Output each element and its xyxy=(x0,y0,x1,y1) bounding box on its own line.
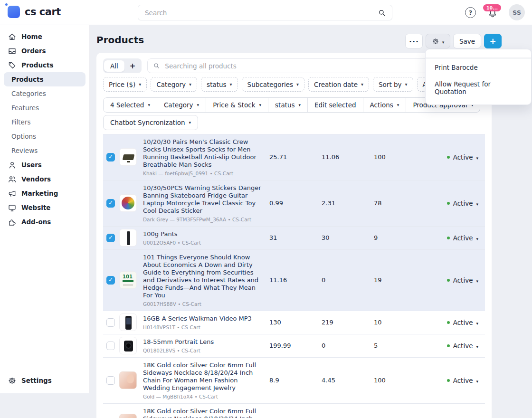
quantity-cell[interactable]: 78 xyxy=(374,200,426,207)
list-price-cell[interactable]: 219 xyxy=(322,319,374,326)
sidebar-item[interactable]: Products xyxy=(4,72,86,86)
bulk-toolbar-button[interactable]: status ▾ xyxy=(268,98,308,112)
product-name-link[interactable]: 18-55mm Portrait Lens xyxy=(143,338,262,346)
add-tab-button[interactable]: + xyxy=(124,60,141,72)
list-price-cell[interactable]: 0 xyxy=(322,276,374,284)
status-dropdown[interactable]: Active xyxy=(447,153,485,161)
list-price-cell[interactable]: 2.31 xyxy=(322,200,374,207)
quantity-cell[interactable]: 9 xyxy=(374,234,426,241)
sidebar-item[interactable]: Home xyxy=(0,29,89,44)
price-cell[interactable]: 130 xyxy=(269,319,322,326)
row-checkbox[interactable] xyxy=(106,153,115,162)
notifications-button[interactable]: 10... xyxy=(487,8,498,18)
product-image[interactable] xyxy=(119,414,137,418)
product-image[interactable] xyxy=(119,337,137,354)
global-search-input[interactable] xyxy=(144,9,374,17)
product-image[interactable] xyxy=(119,271,137,289)
quantity-cell[interactable]: 100 xyxy=(374,377,426,384)
app-logo[interactable]: cs cart xyxy=(8,6,61,18)
product-image[interactable] xyxy=(119,194,137,212)
sidebar-item-settings[interactable]: Settings xyxy=(0,373,89,388)
sidebar-item[interactable]: Vendors xyxy=(0,172,89,186)
bulk-toolbar-button[interactable]: Edit selected xyxy=(308,98,363,112)
sidebar-item[interactable]: Products xyxy=(0,58,89,72)
filter-chip[interactable]: Creation date ▾ xyxy=(308,77,369,92)
table-row: 18-55mm Portrait Lens Q01802L8VS • CS-Ca… xyxy=(103,334,485,358)
chatbot-sync-label: Chatbot Syncronization xyxy=(110,119,185,126)
product-image[interactable] xyxy=(119,148,137,166)
gear-dropdown-button[interactable] xyxy=(426,34,450,48)
bulk-toolbar-button[interactable]: Price & Stock ▾ xyxy=(206,98,268,112)
help-icon[interactable]: ? xyxy=(465,7,476,18)
product-name-link[interactable]: 16GB A Series Walkman Video MP3 xyxy=(143,315,262,323)
product-name-link[interactable]: 10/20/30 Pairs Men's Classic Crew Socks … xyxy=(143,138,262,169)
bulk-toolbar-button[interactable]: 4 Selected ▾ xyxy=(104,98,157,112)
home-icon xyxy=(8,32,17,41)
status-dropdown[interactable]: Active xyxy=(447,319,485,326)
add-product-button[interactable]: + xyxy=(484,34,502,48)
price-cell[interactable]: 8.9 xyxy=(269,377,322,384)
filter-chip[interactable]: Sort by ▾ xyxy=(373,77,413,92)
product-image[interactable] xyxy=(119,229,137,247)
price-cell[interactable]: 11.16 xyxy=(269,276,322,284)
filter-chip[interactable]: Subcategories ▾ xyxy=(242,77,305,92)
price-cell[interactable]: 0.99 xyxy=(269,200,322,207)
product-name-link[interactable]: 100g Pants xyxy=(143,230,262,238)
tab-all[interactable]: All xyxy=(104,60,124,72)
quantity-cell[interactable]: 19 xyxy=(374,276,426,284)
gear-menu-item[interactable]: Print Barocde xyxy=(426,59,531,76)
sidebar-item[interactable]: Categories xyxy=(0,86,89,101)
price-cell[interactable]: 199.99 xyxy=(269,342,322,349)
product-image[interactable] xyxy=(119,371,137,389)
chatbot-sync-button[interactable]: Chatbot Syncronization ▾ xyxy=(103,115,198,130)
sidebar-item[interactable]: Filters xyxy=(0,115,89,129)
status-dropdown[interactable]: Active xyxy=(447,234,485,242)
row-checkbox[interactable] xyxy=(106,342,115,350)
filter-chip[interactable]: Category ▾ xyxy=(151,77,197,92)
quantity-cell[interactable]: 100 xyxy=(374,153,426,161)
quantity-cell[interactable]: 10 xyxy=(374,319,426,326)
sidebar-item[interactable]: Reviews xyxy=(0,143,89,158)
filter-chip[interactable]: status ▾ xyxy=(201,77,238,92)
list-price-cell[interactable]: 30 xyxy=(322,234,374,241)
sidebar-item[interactable]: Website xyxy=(0,200,89,215)
status-dropdown[interactable]: Active xyxy=(447,200,485,207)
list-price-cell[interactable]: 11.06 xyxy=(322,153,374,161)
product-image[interactable] xyxy=(119,314,137,331)
sidebar-item[interactable]: Orders xyxy=(0,44,89,58)
product-name-link[interactable]: 10/30/50PCS Warning Stickers Danger Bann… xyxy=(143,184,262,215)
sidebar-item-label: Products xyxy=(21,61,54,69)
row-checkbox[interactable] xyxy=(106,234,115,242)
product-name-link[interactable]: 101 Things Everyone Should Know About Ec… xyxy=(143,254,262,299)
sidebar-item[interactable]: Users xyxy=(0,158,89,172)
bulk-toolbar-button[interactable]: Actions ▾ xyxy=(363,98,407,112)
row-checkbox[interactable] xyxy=(106,199,115,208)
status-label: Active xyxy=(453,377,473,384)
avatar[interactable]: SS xyxy=(509,4,525,20)
status-dropdown[interactable]: Active xyxy=(447,377,485,384)
more-actions-button[interactable]: ... xyxy=(405,34,423,48)
list-price-cell[interactable]: 4.45 xyxy=(322,377,374,384)
filter-chip-label: Category xyxy=(156,81,186,88)
chevron-down-icon: ▾ xyxy=(299,103,301,107)
row-checkbox[interactable] xyxy=(106,276,115,285)
sidebar-item[interactable]: Add-ons xyxy=(0,215,89,229)
price-cell[interactable]: 25.71 xyxy=(269,153,322,161)
save-button[interactable]: Save xyxy=(453,34,481,48)
sidebar-item[interactable]: Options xyxy=(0,129,89,143)
bulk-toolbar-button[interactable]: Category ▾ xyxy=(157,98,206,112)
bulk-actions-toolbar: 4 Selected ▾ Category ▾ Price & Stock ▾ … xyxy=(103,97,480,113)
quantity-cell[interactable]: 5 xyxy=(374,342,426,349)
row-checkbox[interactable] xyxy=(106,318,115,327)
price-cell[interactable]: 31 xyxy=(269,234,322,241)
status-dropdown[interactable]: Active xyxy=(447,342,485,350)
product-name-link[interactable]: 18K Gold color Silver Color 6mm Full Sid… xyxy=(143,408,262,418)
status-dropdown[interactable]: Active xyxy=(447,276,485,284)
sidebar-item[interactable]: Features xyxy=(0,101,89,115)
product-name-link[interactable]: 18K Gold color Silver Color 6mm Full Sid… xyxy=(143,361,262,392)
sidebar-item[interactable]: Marketing xyxy=(0,186,89,200)
row-checkbox[interactable] xyxy=(106,376,115,385)
list-price-cell[interactable]: 0 xyxy=(322,342,374,349)
filter-chip[interactable]: Price ($) ▾ xyxy=(103,77,147,92)
gear-menu-item[interactable]: Allow Request for Quotation xyxy=(426,76,531,100)
